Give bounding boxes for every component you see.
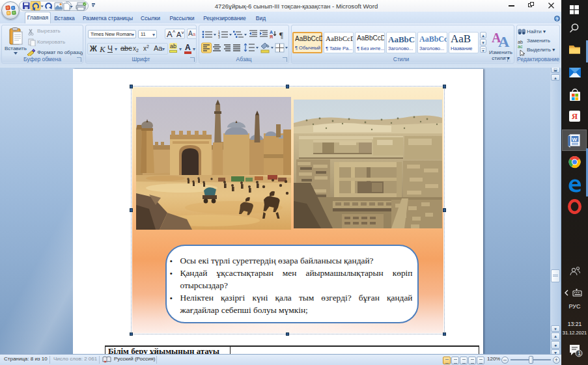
svg-text:ab: ab: [518, 40, 523, 44]
svg-text:3: 3: [218, 35, 220, 39]
svg-text:Я: Я: [270, 34, 273, 39]
svg-text:A: A: [498, 33, 510, 49]
svg-text:А: А: [270, 30, 273, 34]
svg-text:¶: ¶: [279, 30, 283, 40]
svg-text:ac: ac: [518, 44, 523, 49]
svg-text:1: 1: [578, 350, 581, 357]
svg-text:W: W: [572, 137, 578, 142]
